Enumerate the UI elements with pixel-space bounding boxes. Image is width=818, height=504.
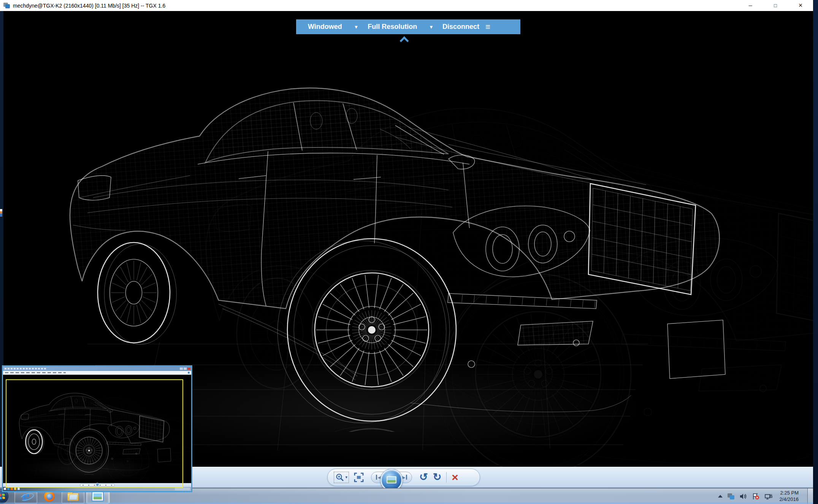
resolution-dropdown[interactable]: Full Resolution ▾ [368, 19, 433, 34]
system-tray: 2:25 PM 2/4/2016 [718, 488, 813, 504]
network-icon[interactable] [764, 493, 773, 500]
show-hidden-icons-button[interactable] [718, 495, 723, 498]
next-bar [406, 475, 407, 480]
play-slideshow-button[interactable] [380, 469, 403, 491]
action-center-flag-icon[interactable] [752, 493, 759, 500]
mini-menu-text [5, 372, 66, 373]
volume-icon[interactable] [739, 493, 747, 500]
previous-bar [376, 475, 377, 480]
resolution-label: Full Resolution [368, 23, 417, 31]
hamburger-menu-icon: ≡ [485, 22, 490, 32]
chevron-down-icon: ▾ [430, 24, 433, 30]
photo-viewer-icon [92, 492, 103, 501]
mini-caption-buttons [180, 368, 190, 370]
rotate-clockwise-button[interactable]: ↻ [433, 472, 442, 482]
navigation-cluster: ◀ ▶ [371, 472, 412, 483]
disconnect-button[interactable]: Disconnect [442, 19, 479, 34]
mini-close-icon [187, 368, 190, 370]
disconnect-label: Disconnect [442, 23, 479, 31]
tgx-toolbar: Windowed ▾ Full Resolution ▾ Disconnect … [296, 19, 520, 34]
tgx-tray-icon[interactable] [728, 493, 734, 499]
magnifier-icon [335, 473, 344, 482]
slideshow-picture-icon [387, 476, 396, 483]
rotate-counterclockwise-button[interactable]: ↺ [419, 472, 428, 482]
maximize-button[interactable]: □ [763, 0, 788, 11]
tgx-app-icon [3, 3, 10, 8]
minimize-button[interactable]: ─ [738, 0, 763, 11]
windowed-label: Windowed [308, 23, 342, 31]
thumbnail-mini-menubar [3, 371, 191, 375]
remote-desktop-viewport: ▾ ◀ ▶ [0, 11, 813, 488]
thumbnail-mini-titlebar [3, 366, 191, 371]
controls-separator [446, 472, 447, 483]
thumbnail-photo-area [3, 375, 191, 483]
window-title: mechdyne@TGX-K2 (2160x1440) [0.11 Mb/s] … [13, 3, 165, 9]
chevron-down-icon: ▾ [355, 24, 358, 30]
zoom-button[interactable]: ▾ [334, 472, 349, 483]
fit-to-window-button[interactable] [354, 472, 364, 482]
thumbnail-mini-taskbar [3, 487, 191, 491]
caption-buttons: ─ □ × [738, 0, 813, 11]
mini-title-text [5, 368, 46, 369]
thumbnail-mini-controlbar [3, 483, 191, 487]
photo-viewer-controls: ▾ ◀ ▶ [327, 469, 480, 486]
tgx-navigation-thumbnail[interactable] [2, 365, 192, 492]
tgx-client-window: mechdyne@TGX-K2 (2160x1440) [0.11 Mb/s] … [0, 0, 813, 504]
mini-help-icon [188, 372, 190, 374]
windowed-dropdown[interactable]: Windowed ▾ [308, 19, 357, 34]
toolbar-collapse-button[interactable] [398, 36, 410, 44]
firefox-icon [44, 491, 55, 502]
clock-date: 2/4/2016 [779, 496, 799, 503]
thumbnail-car-image [3, 375, 191, 483]
show-desktop-button[interactable] [807, 488, 813, 504]
desktop-edge-right [813, 0, 818, 504]
screen-edge-artifact [0, 209, 2, 217]
zoom-dropdown-caret[interactable]: ▾ [346, 475, 348, 480]
toolbar-menu-button[interactable]: ≡ [485, 19, 490, 34]
close-button[interactable]: × [788, 0, 813, 11]
clock-time: 2:25 PM [779, 490, 799, 496]
titlebar: mechdyne@TGX-K2 (2160x1440) [0.11 Mb/s] … [0, 0, 813, 11]
folder-icon [67, 493, 79, 501]
taskbar-clock[interactable]: 2:25 PM 2/4/2016 [779, 490, 799, 503]
windows-logo-icon [0, 493, 5, 499]
delete-button[interactable]: × [452, 472, 458, 483]
screen: mechdyne@TGX-K2 (2160x1440) [0.11 Mb/s] … [0, 0, 818, 504]
